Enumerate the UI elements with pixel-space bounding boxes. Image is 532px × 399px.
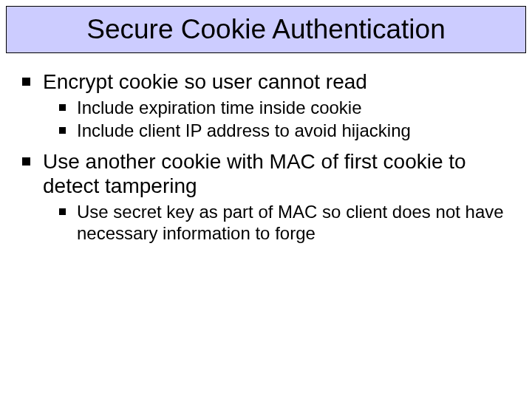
sub-bullet-text: Include client IP address to avoid hijac…: [77, 120, 411, 140]
bullet-list: Encrypt cookie so user cannot read Inclu…: [22, 69, 517, 244]
sub-bullet-text: Include expiration time inside cookie: [77, 98, 362, 117]
sub-bullet-item: Use secret key as part of MAC so client …: [59, 201, 517, 245]
sub-bullet-list: Use secret key as part of MAC so client …: [43, 201, 517, 245]
bullet-text: Encrypt cookie so user cannot read: [43, 70, 367, 93]
sub-bullet-list: Include expiration time inside cookie In…: [43, 97, 517, 142]
sub-bullet-item: Include expiration time inside cookie: [59, 97, 517, 118]
bullet-text: Use another cookie with MAC of first coo…: [43, 150, 466, 197]
title-bar: Secure Cookie Authentication: [6, 6, 526, 53]
bullet-item: Use another cookie with MAC of first coo…: [22, 149, 517, 245]
slide-title: Secure Cookie Authentication: [86, 14, 445, 45]
slide-body: Encrypt cookie so user cannot read Inclu…: [22, 69, 517, 251]
slide: Secure Cookie Authentication Encrypt coo…: [0, 0, 532, 399]
sub-bullet-text: Use secret key as part of MAC so client …: [77, 202, 504, 243]
sub-bullet-item: Include client IP address to avoid hijac…: [59, 120, 517, 141]
bullet-item: Encrypt cookie so user cannot read Inclu…: [22, 69, 517, 142]
